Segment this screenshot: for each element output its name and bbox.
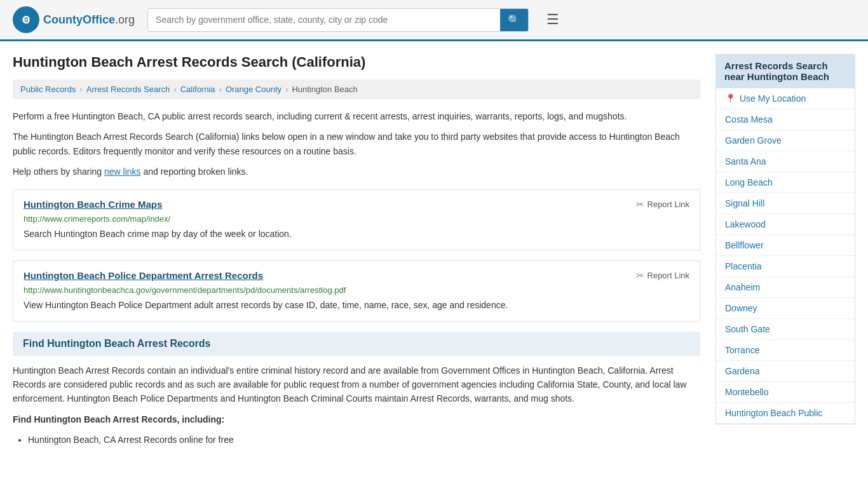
sidebar-item-costa-mesa[interactable]: Costa Mesa bbox=[716, 109, 855, 130]
placentia-link[interactable]: Placentia bbox=[725, 261, 762, 271]
sidebar-list: 📍 Use My Location Costa Mesa Garden Grov… bbox=[715, 88, 855, 424]
description-para1: Perform a free Huntington Beach, CA publ… bbox=[13, 109, 700, 123]
anaheim-link[interactable]: Anaheim bbox=[725, 282, 760, 292]
search-button[interactable]: 🔍 bbox=[500, 9, 528, 31]
bellflower-link[interactable]: Bellflower bbox=[725, 240, 764, 250]
report-link-label-2: Report Link bbox=[648, 271, 689, 280]
sidebar-item-garden-grove[interactable]: Garden Grove bbox=[716, 130, 855, 151]
montebello-link[interactable]: Montebello bbox=[725, 387, 769, 397]
search-icon: 🔍 bbox=[508, 15, 520, 25]
logo-text: CountyOffice.org bbox=[43, 13, 135, 27]
sidebar-item-downey[interactable]: Downey bbox=[716, 298, 855, 319]
arrest-records-url[interactable]: http://www.huntingtonbeachca.gov/governm… bbox=[24, 285, 689, 295]
report-link-label-1: Report Link bbox=[648, 200, 689, 209]
location-pin-icon: 📍 bbox=[725, 93, 736, 104]
sidebar-item-huntington-beach-public[interactable]: Huntington Beach Public bbox=[716, 403, 855, 424]
torrance-link[interactable]: Torrance bbox=[725, 345, 759, 355]
sidebar-item-santa-ana[interactable]: Santa Ana bbox=[716, 151, 855, 172]
description-para3-prefix: Help others by sharing bbox=[13, 166, 104, 177]
crime-maps-desc: Search Huntington Beach crime map by day… bbox=[24, 227, 689, 241]
sidebar-item-torrance[interactable]: Torrance bbox=[716, 340, 855, 361]
breadcrumb-link-california[interactable]: California bbox=[180, 85, 215, 94]
breadcrumb-link-orange-county[interactable]: Orange County bbox=[226, 85, 281, 94]
find-list: Huntington Beach, CA Arrest Records onli… bbox=[28, 433, 700, 447]
breadcrumb-sep-2: › bbox=[173, 85, 176, 94]
breadcrumb-sep-3: › bbox=[219, 85, 222, 94]
sidebar-item-long-beach[interactable]: Long Beach bbox=[716, 172, 855, 193]
downey-link[interactable]: Downey bbox=[725, 303, 757, 313]
crime-maps-title[interactable]: Huntington Beach Crime Maps bbox=[24, 199, 162, 210]
sidebar-item-gardena[interactable]: Gardena bbox=[716, 361, 855, 382]
arrest-records-desc: View Huntington Beach Police Department … bbox=[24, 299, 689, 312]
description-block: Perform a free Huntington Beach, CA publ… bbox=[13, 109, 700, 179]
find-section-body: Huntington Beach Arrest Records contain … bbox=[13, 363, 700, 447]
description-para3: Help others by sharing new links and rep… bbox=[13, 165, 700, 179]
breadcrumb-link-public-records[interactable]: Public Records bbox=[20, 85, 76, 94]
long-beach-link[interactable]: Long Beach bbox=[725, 177, 773, 187]
crime-maps-url[interactable]: http://www.crimereports.com/map/index/ bbox=[24, 214, 689, 224]
site-header: C CountyOffice.org 🔍 ☰ bbox=[0, 0, 868, 41]
use-location-link[interactable]: Use My Location bbox=[740, 93, 806, 104]
find-including-label: Find Huntington Beach Arrest Records, in… bbox=[13, 412, 700, 426]
garden-grove-link[interactable]: Garden Grove bbox=[725, 135, 782, 146]
breadcrumb: Public Records › Arrest Records Search ›… bbox=[13, 79, 700, 99]
scissors-icon-2: ✂ bbox=[636, 270, 644, 281]
huntington-beach-public-link[interactable]: Huntington Beach Public bbox=[725, 408, 822, 418]
search-input[interactable] bbox=[148, 10, 500, 30]
breadcrumb-link-arrest-records[interactable]: Arrest Records Search bbox=[86, 85, 170, 94]
logo-icon: C bbox=[13, 6, 39, 33]
hamburger-icon: ☰ bbox=[546, 11, 559, 27]
new-links-link[interactable]: new links bbox=[104, 166, 141, 177]
sidebar-item-anaheim[interactable]: Anaheim bbox=[716, 277, 855, 298]
description-para3-suffix: and reporting broken links. bbox=[141, 166, 248, 177]
link-card-crime-maps: Huntington Beach Crime Maps ✂ Report Lin… bbox=[13, 189, 700, 250]
gardena-link[interactable]: Gardena bbox=[725, 366, 759, 376]
link-card-arrest-records: Huntington Beach Police Department Arres… bbox=[13, 261, 700, 322]
link-card-header-1: Huntington Beach Crime Maps ✂ Report Lin… bbox=[24, 199, 689, 210]
lakewood-link[interactable]: Lakewood bbox=[725, 219, 766, 229]
report-link-btn-2[interactable]: ✂ Report Link bbox=[636, 270, 689, 281]
search-bar: 🔍 bbox=[147, 8, 529, 32]
santa-ana-link[interactable]: Santa Ana bbox=[725, 156, 766, 166]
main-content: Huntington Beach Arrest Records Search (… bbox=[13, 54, 700, 450]
sidebar: Arrest Records Search near Huntington Be… bbox=[715, 54, 855, 450]
sidebar-item-signal-hill[interactable]: Signal Hill bbox=[716, 193, 855, 214]
link-card-header-2: Huntington Beach Police Department Arres… bbox=[24, 270, 689, 281]
report-link-btn-1[interactable]: ✂ Report Link bbox=[636, 199, 689, 210]
list-item: Huntington Beach, CA Arrest Records onli… bbox=[28, 433, 700, 447]
south-gate-link[interactable]: South Gate bbox=[725, 324, 770, 334]
sidebar-item-south-gate[interactable]: South Gate bbox=[716, 319, 855, 340]
find-section-header: Find Huntington Beach Arrest Records bbox=[13, 332, 700, 356]
signal-hill-link[interactable]: Signal Hill bbox=[725, 198, 764, 208]
arrest-records-title[interactable]: Huntington Beach Police Department Arres… bbox=[24, 270, 263, 281]
sidebar-use-location[interactable]: 📍 Use My Location bbox=[716, 88, 855, 109]
breadcrumb-current: Huntington Beach bbox=[292, 85, 357, 94]
page-container: Huntington Beach Arrest Records Search (… bbox=[0, 41, 868, 463]
scissors-icon-1: ✂ bbox=[636, 199, 644, 210]
sidebar-item-montebello[interactable]: Montebello bbox=[716, 382, 855, 403]
breadcrumb-sep-4: › bbox=[285, 85, 288, 94]
find-section-para: Huntington Beach Arrest Records contain … bbox=[13, 363, 700, 406]
sidebar-header: Arrest Records Search near Huntington Be… bbox=[715, 54, 855, 88]
logo[interactable]: C CountyOffice.org bbox=[13, 6, 135, 33]
description-para2: The Huntington Beach Arrest Records Sear… bbox=[13, 130, 700, 158]
sidebar-item-placentia[interactable]: Placentia bbox=[716, 256, 855, 277]
menu-button[interactable]: ☰ bbox=[541, 9, 564, 30]
breadcrumb-sep-1: › bbox=[79, 85, 82, 94]
page-title: Huntington Beach Arrest Records Search (… bbox=[13, 54, 700, 71]
costa-mesa-link[interactable]: Costa Mesa bbox=[725, 114, 773, 125]
sidebar-item-lakewood[interactable]: Lakewood bbox=[716, 214, 855, 235]
sidebar-item-bellflower[interactable]: Bellflower bbox=[716, 235, 855, 256]
